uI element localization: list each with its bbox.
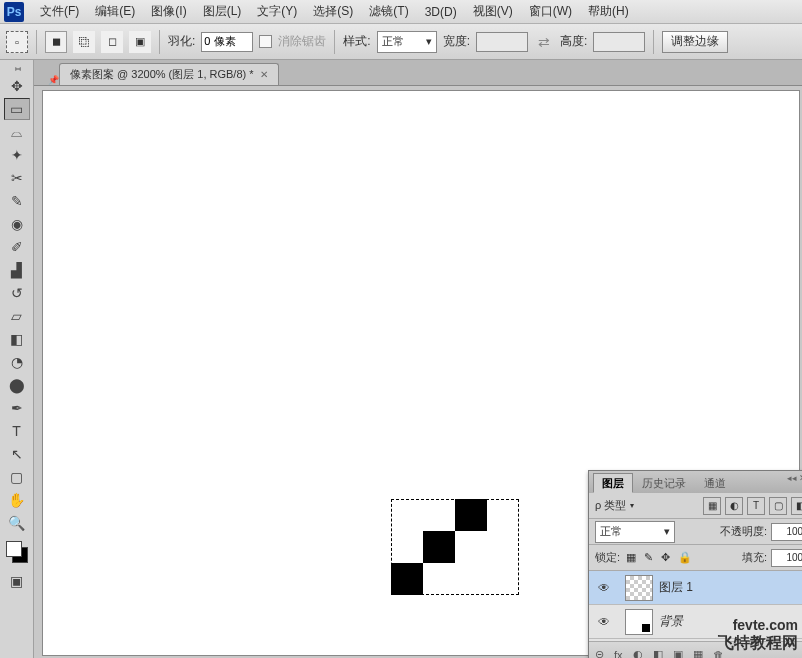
watermark: fevte.com 飞特教程网 — [718, 617, 798, 654]
foreground-color[interactable] — [6, 541, 22, 557]
intersect-selection-icon[interactable]: ▣ — [129, 31, 151, 53]
adjustment-layer-icon[interactable]: ◧ — [653, 648, 663, 658]
menu-bar: Ps 文件(F) 编辑(E) 图像(I) 图层(L) 文字(Y) 选择(S) 滤… — [0, 0, 802, 24]
magic-wand-tool[interactable]: ✦ — [4, 144, 30, 166]
toolbox-grip[interactable] — [4, 64, 30, 72]
subtract-selection-icon[interactable]: ◻ — [101, 31, 123, 53]
quick-mask-toggle[interactable]: ▣ — [4, 570, 30, 592]
move-tool[interactable]: ✥ — [4, 75, 30, 97]
filter-smart-icon[interactable]: ◧ — [791, 497, 802, 515]
pen-tool[interactable]: ✒ — [4, 397, 30, 419]
blend-mode-select[interactable]: 正常▾ — [595, 521, 675, 543]
lock-fill-row: 锁定: ▦ ✎ ✥ 🔒 填充: 100%▾ — [589, 545, 802, 571]
document-tab-title: 像素图案 @ 3200% (图层 1, RGB/8) * — [70, 67, 254, 82]
type-tool[interactable]: T — [4, 420, 30, 442]
marquee-selection — [391, 499, 519, 595]
layer-filter-row: ρ 类型▾ ▦ ◐ T ▢ ◧ ▯ — [589, 493, 802, 519]
menu-file[interactable]: 文件(F) — [32, 1, 87, 22]
new-layer-icon[interactable]: ▦ — [693, 648, 703, 658]
lasso-tool[interactable]: ⌓ — [4, 121, 30, 143]
panel-header: 图层 历史记录 通道 ◂◂✕▾≡ — [589, 471, 802, 493]
layer-fx-icon[interactable]: fx — [614, 649, 623, 659]
document-area: 📌 像素图案 @ 3200% (图层 1, RGB/8) * ✕ 图层 历史记录… — [34, 60, 802, 658]
close-tab-icon[interactable]: ✕ — [260, 69, 268, 80]
toolbox: ✥ ▭ ⌓ ✦ ✂ ✎ ◉ ✐ ▟ ↺ ▱ ◧ ◔ ⬤ ✒ T ↖ ▢ ✋ 🔍 … — [0, 60, 34, 658]
document-tab[interactable]: 像素图案 @ 3200% (图层 1, RGB/8) * ✕ — [59, 63, 279, 85]
swap-dim-icon: ⇄ — [534, 34, 554, 50]
blend-opacity-row: 正常▾ 不透明度: 100%▾ — [589, 519, 802, 545]
layer-thumbnail[interactable] — [625, 575, 653, 601]
layer-name[interactable]: 图层 1 — [659, 579, 693, 596]
menu-type[interactable]: 文字(Y) — [249, 1, 305, 22]
color-swatches[interactable] — [4, 539, 30, 565]
menu-help[interactable]: 帮助(H) — [580, 1, 637, 22]
layer-name[interactable]: 背景 — [659, 613, 683, 630]
width-label: 宽度: — [443, 33, 470, 50]
menu-view[interactable]: 视图(V) — [465, 1, 521, 22]
tab-pin-icon: 📌 — [48, 75, 59, 85]
zoom-tool[interactable]: 🔍 — [4, 512, 30, 534]
layer-group-icon[interactable]: ▣ — [673, 648, 683, 658]
lock-label: 锁定: — [595, 550, 620, 565]
tool-preset-icon[interactable]: ▫ — [6, 31, 28, 53]
antialias-checkbox — [259, 35, 272, 48]
new-selection-icon[interactable]: ◼ — [45, 31, 67, 53]
rectangle-tool[interactable]: ▢ — [4, 466, 30, 488]
menu-edit[interactable]: 编辑(E) — [87, 1, 143, 22]
feather-input[interactable] — [201, 32, 253, 52]
filter-shape-icon[interactable]: ▢ — [769, 497, 787, 515]
layer-thumbnail[interactable] — [625, 609, 653, 635]
path-select-tool[interactable]: ↖ — [4, 443, 30, 465]
antialias-label: 消除锯齿 — [278, 33, 326, 50]
refine-edge-button[interactable]: 调整边缘 — [662, 31, 728, 53]
menu-select[interactable]: 选择(S) — [305, 1, 361, 22]
height-input — [593, 32, 645, 52]
dodge-tool[interactable]: ⬤ — [4, 374, 30, 396]
width-input — [476, 32, 528, 52]
document-tab-bar: 📌 像素图案 @ 3200% (图层 1, RGB/8) * ✕ — [34, 60, 802, 86]
menu-3d[interactable]: 3D(D) — [417, 3, 465, 21]
layer-row[interactable]: 👁 图层 1 — [589, 571, 802, 605]
add-selection-icon[interactable]: ⿻ — [73, 31, 95, 53]
gradient-tool[interactable]: ◧ — [4, 328, 30, 350]
style-select[interactable]: 正常▾ — [377, 31, 437, 53]
lock-transparent-icon[interactable]: ▦ — [624, 551, 638, 564]
filter-type-icon[interactable]: T — [747, 497, 765, 515]
style-label: 样式: — [343, 33, 370, 50]
menu-image[interactable]: 图像(I) — [143, 1, 194, 22]
hand-tool[interactable]: ✋ — [4, 489, 30, 511]
eraser-tool[interactable]: ▱ — [4, 305, 30, 327]
filter-adjustment-icon[interactable]: ◐ — [725, 497, 743, 515]
marquee-tool[interactable]: ▭ — [4, 98, 30, 120]
tab-channels[interactable]: 通道 — [695, 473, 735, 493]
menu-filter[interactable]: 滤镜(T) — [361, 1, 416, 22]
ps-logo: Ps — [4, 2, 24, 22]
opacity-input[interactable]: 100% — [771, 523, 802, 541]
clone-stamp-tool[interactable]: ▟ — [4, 259, 30, 281]
history-brush-tool[interactable]: ↺ — [4, 282, 30, 304]
layer-mask-icon[interactable]: ◐ — [633, 648, 643, 658]
link-layers-icon[interactable]: ⊝ — [595, 648, 604, 658]
healing-brush-tool[interactable]: ◉ — [4, 213, 30, 235]
crop-tool[interactable]: ✂ — [4, 167, 30, 189]
visibility-toggle-icon[interactable]: 👁 — [589, 581, 619, 595]
filter-kind-label[interactable]: ρ 类型 — [595, 498, 626, 513]
collapse-panel-icon[interactable]: ◂◂ — [787, 473, 797, 483]
height-label: 高度: — [560, 33, 587, 50]
lock-all-icon[interactable]: 🔒 — [676, 551, 694, 564]
menu-window[interactable]: 窗口(W) — [521, 1, 580, 22]
opacity-label: 不透明度: — [720, 524, 767, 539]
brush-tool[interactable]: ✐ — [4, 236, 30, 258]
eyedropper-tool[interactable]: ✎ — [4, 190, 30, 212]
menu-layer[interactable]: 图层(L) — [195, 1, 250, 22]
feather-label: 羽化: — [168, 33, 195, 50]
fill-input[interactable]: 100% — [771, 549, 802, 567]
lock-position-icon[interactable]: ✥ — [659, 551, 672, 564]
tab-layers[interactable]: 图层 — [593, 473, 633, 493]
tab-history[interactable]: 历史记录 — [633, 473, 695, 493]
visibility-toggle-icon[interactable]: 👁 — [589, 615, 619, 629]
lock-image-icon[interactable]: ✎ — [642, 551, 655, 564]
filter-pixel-icon[interactable]: ▦ — [703, 497, 721, 515]
blur-tool[interactable]: ◔ — [4, 351, 30, 373]
options-bar: ▫ ◼ ⿻ ◻ ▣ 羽化: 消除锯齿 样式: 正常▾ 宽度: ⇄ 高度: 调整边… — [0, 24, 802, 60]
